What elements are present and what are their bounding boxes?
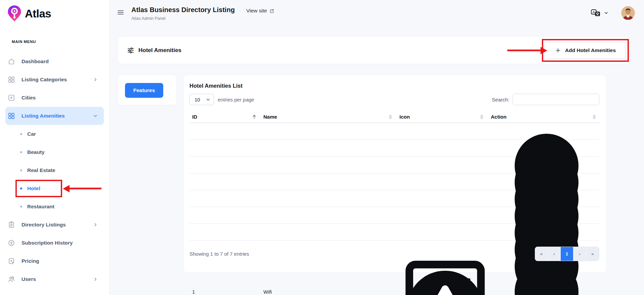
chevron-right-icon bbox=[93, 222, 98, 227]
chevron-right-icon bbox=[93, 77, 98, 82]
toolbar-title: Hotel Amenities bbox=[138, 47, 181, 54]
translate-icon: A bbox=[591, 9, 600, 17]
column-label: Action bbox=[491, 114, 507, 120]
sidebar-item-cities[interactable]: Cities bbox=[0, 89, 109, 107]
column-header-action[interactable]: Action bbox=[491, 114, 599, 120]
sidebar-subitem-label: Restaurant bbox=[27, 204, 54, 210]
table-row: 4Lacota Howell bbox=[189, 173, 599, 190]
brand-logo[interactable]: Atlas bbox=[0, 0, 109, 23]
bullet-icon bbox=[20, 169, 22, 171]
search-input[interactable] bbox=[513, 94, 599, 105]
sidebar-item-users[interactable]: Users bbox=[0, 270, 109, 288]
svg-text:$: $ bbox=[10, 241, 12, 245]
table-row: 7Breakfast bbox=[189, 224, 599, 241]
language-switcher[interactable]: A bbox=[591, 9, 608, 17]
view-site-link[interactable]: View site bbox=[246, 8, 274, 14]
chevron-down-icon bbox=[206, 97, 210, 102]
hamburger-menu-icon[interactable] bbox=[117, 8, 125, 16]
sidebar-subitem-beauty[interactable]: Beauty bbox=[0, 143, 109, 161]
sidebar-subitem-label: Beauty bbox=[27, 149, 45, 155]
sidebar-item-dashboard[interactable]: Dashboard bbox=[0, 52, 109, 71]
sidebar-nav: DashboardListing CategoriesCitiesListing… bbox=[0, 52, 109, 288]
bullet-icon bbox=[20, 151, 22, 153]
user-avatar[interactable] bbox=[621, 6, 635, 20]
bullet-icon bbox=[20, 133, 22, 135]
external-link-icon bbox=[269, 8, 274, 13]
column-header-icon[interactable]: Icon bbox=[399, 114, 491, 120]
sidebar-item-label: Listing Amenities bbox=[22, 113, 65, 119]
sidebar-item-label: Cities bbox=[22, 95, 36, 101]
entries-per-page-label: entries per page bbox=[218, 97, 254, 102]
sidebar: Atlas MAIN MENU DashboardListing Categor… bbox=[0, 0, 110, 295]
sort-arrows-icon bbox=[593, 115, 596, 119]
table-row: 1Wifi bbox=[189, 123, 599, 140]
sidebar-item-label: Pricing bbox=[22, 258, 39, 264]
column-header-name[interactable]: Name bbox=[263, 114, 399, 120]
column-header-id[interactable]: ID bbox=[189, 114, 263, 120]
content-row: Features Hotel Amenities List 10 entries… bbox=[118, 75, 644, 272]
sidebar-item-label: Directory Listings bbox=[22, 222, 66, 228]
entries-per-page-select[interactable]: 10 bbox=[189, 94, 214, 105]
table-controls: 10 entries per page Search: bbox=[189, 94, 599, 105]
page-subtitle: Atlas Admin Panel bbox=[131, 16, 235, 21]
toolbar-card: Hotel Amenities Add Hotel Amenities bbox=[118, 37, 630, 64]
topbar: Atlas Business Directory Listing Atlas A… bbox=[110, 0, 644, 21]
grid-icon bbox=[8, 112, 15, 120]
chevron-right-icon bbox=[93, 277, 98, 282]
prev-page-button[interactable]: ‹ bbox=[548, 247, 561, 261]
sliders-icon bbox=[127, 47, 134, 54]
next-page-button[interactable]: › bbox=[573, 247, 586, 261]
last-page-button[interactable]: » bbox=[586, 247, 599, 261]
search-wrap: Search: bbox=[492, 94, 599, 105]
table-row: 2Hillary Taylor bbox=[189, 140, 599, 157]
clipboard-icon bbox=[8, 221, 15, 228]
search-label: Search: bbox=[492, 97, 509, 102]
chevron-down-icon bbox=[604, 11, 608, 15]
panel-title: Hotel Amenities List bbox=[189, 81, 599, 89]
topbar-right: A bbox=[591, 6, 635, 20]
page-button-1[interactable]: 1 bbox=[561, 247, 573, 261]
column-label: ID bbox=[192, 114, 197, 120]
sidebar-item-subscription-history[interactable]: $Subscription History bbox=[0, 234, 109, 252]
sidebar-item-listing-amenities[interactable]: Listing Amenities bbox=[5, 107, 104, 125]
sidebar-item-label: Users bbox=[22, 276, 36, 282]
add-button-label: Add Hotel Amenities bbox=[565, 47, 616, 53]
view-site-label: View site bbox=[246, 8, 267, 14]
table-row: 5Lisandra Boyer bbox=[189, 190, 599, 207]
sidebar-item-label: Listing Categories bbox=[22, 77, 67, 83]
sidebar-subitem-real-estate[interactable]: Real Estate bbox=[0, 161, 109, 179]
annotation-arrow bbox=[507, 50, 541, 51]
home-icon bbox=[8, 58, 15, 65]
features-button[interactable]: Features bbox=[125, 83, 163, 98]
sidebar-item-directory-listings[interactable]: Directory Listings bbox=[0, 216, 109, 234]
table-body: 1Wifi2Hillary Taylor3Frances Scott4Lacot… bbox=[189, 123, 599, 241]
sidebar-item-listing-categories[interactable]: Listing Categories bbox=[0, 71, 109, 89]
column-label: Icon bbox=[399, 114, 410, 120]
showing-entries-text: Showing 1 to 7 of 7 entries bbox=[189, 251, 249, 257]
bullet-icon bbox=[20, 187, 22, 189]
table-header-row: IDNameIconAction bbox=[189, 111, 599, 123]
table-row: 3Frances Scott bbox=[189, 157, 599, 173]
first-page-button[interactable]: « bbox=[535, 247, 548, 261]
sort-arrows-icon bbox=[389, 115, 392, 119]
features-card: Features bbox=[118, 75, 176, 105]
sidebar-section-label: MAIN MENU bbox=[12, 40, 109, 44]
hotel-amenities-panel: Hotel Amenities List 10 entries per page… bbox=[184, 75, 606, 272]
sidebar-subitem-hotel[interactable]: Hotel bbox=[0, 179, 109, 198]
sidebar-subitem-label: Car bbox=[27, 131, 36, 137]
annotation-arrow bbox=[69, 188, 101, 189]
add-hotel-amenities-button[interactable]: Add Hotel Amenities bbox=[545, 42, 626, 59]
sidebar-item-label: Dashboard bbox=[22, 58, 49, 65]
map-pin-gradient-icon bbox=[7, 5, 22, 23]
svg-text:A: A bbox=[593, 10, 595, 14]
file-plus-icon bbox=[8, 257, 15, 265]
table-row: 6Balcony bbox=[189, 207, 599, 224]
cell-name: Wifi bbox=[263, 289, 399, 295]
page-title: Atlas Business Directory Listing bbox=[131, 6, 235, 14]
dollar-circle-icon: $ bbox=[8, 239, 15, 247]
sidebar-item-pricing[interactable]: Pricing bbox=[0, 252, 109, 270]
main-area: Atlas Business Directory Listing Atlas A… bbox=[110, 0, 644, 295]
plus-icon bbox=[555, 47, 561, 53]
sidebar-subitem-restaurant[interactable]: Restaurant bbox=[0, 198, 109, 216]
sidebar-subitem-car[interactable]: Car bbox=[0, 125, 109, 143]
